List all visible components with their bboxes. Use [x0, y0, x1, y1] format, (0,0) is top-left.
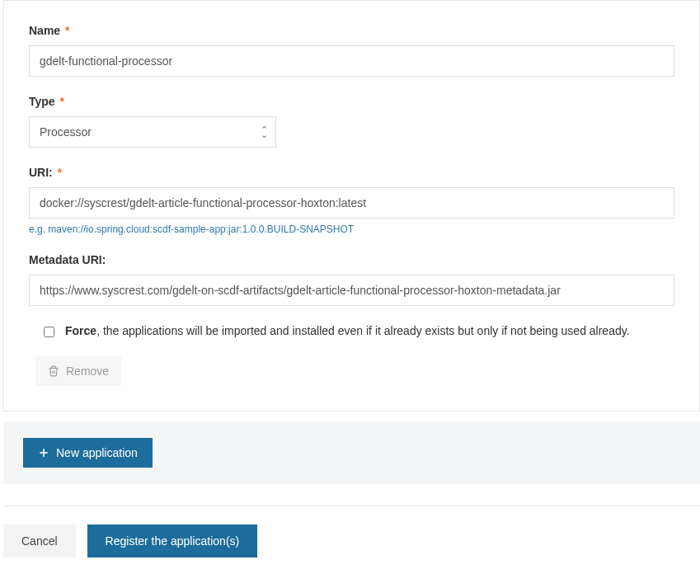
- uri-label: URI: *: [29, 166, 674, 179]
- metadata-uri-label-text: Metadata URI:: [29, 253, 106, 266]
- register-label: Register the application(s): [106, 534, 240, 548]
- register-button[interactable]: Register the application(s): [87, 524, 258, 557]
- force-strong: Force: [65, 324, 96, 337]
- force-checkbox-row: Force, the applications will be imported…: [40, 324, 674, 340]
- name-label-text: Name: [29, 24, 60, 37]
- metadata-uri-field-group: Metadata URI:: [29, 253, 674, 306]
- name-field-group: Name *: [29, 24, 674, 77]
- type-label-text: Type: [29, 95, 55, 108]
- remove-button[interactable]: Remove: [35, 356, 121, 386]
- cancel-label: Cancel: [21, 534, 58, 548]
- application-form-panel: Name * Type * SourceProcessorSinkTask ⌃⌄…: [3, 0, 700, 412]
- type-select-wrap: SourceProcessorSinkTask ⌃⌄: [29, 116, 276, 148]
- required-star: *: [65, 24, 69, 37]
- type-field-group: Type * SourceProcessorSinkTask ⌃⌄: [29, 95, 674, 148]
- trash-icon: [48, 365, 59, 377]
- uri-field-group: URI: * e.g. maven://io.spring.cloud:scdf…: [29, 166, 674, 235]
- metadata-uri-input[interactable]: [29, 275, 674, 306]
- divider: [3, 506, 700, 506]
- required-star: *: [58, 166, 62, 179]
- force-text: Force, the applications will be imported…: [65, 324, 630, 337]
- remove-label: Remove: [66, 365, 109, 378]
- force-rest: , the applications will be imported and …: [96, 324, 629, 337]
- uri-label-text: URI:: [29, 166, 53, 179]
- cancel-button[interactable]: Cancel: [3, 524, 76, 557]
- required-star: *: [60, 95, 64, 108]
- force-checkbox[interactable]: [44, 327, 54, 337]
- name-input[interactable]: [29, 45, 674, 77]
- action-bar: New application: [3, 421, 700, 484]
- type-label: Type *: [29, 95, 674, 108]
- footer-actions: Cancel Register the application(s): [0, 524, 700, 572]
- uri-hint: e.g. maven://io.spring.cloud:scdf-sample…: [29, 223, 674, 235]
- type-select[interactable]: SourceProcessorSinkTask: [29, 116, 276, 148]
- new-application-label: New application: [56, 446, 138, 459]
- new-application-button[interactable]: New application: [23, 438, 153, 468]
- uri-input[interactable]: [29, 187, 674, 219]
- name-label: Name *: [29, 24, 674, 37]
- metadata-uri-label: Metadata URI:: [29, 253, 674, 266]
- plus-icon: [38, 447, 49, 459]
